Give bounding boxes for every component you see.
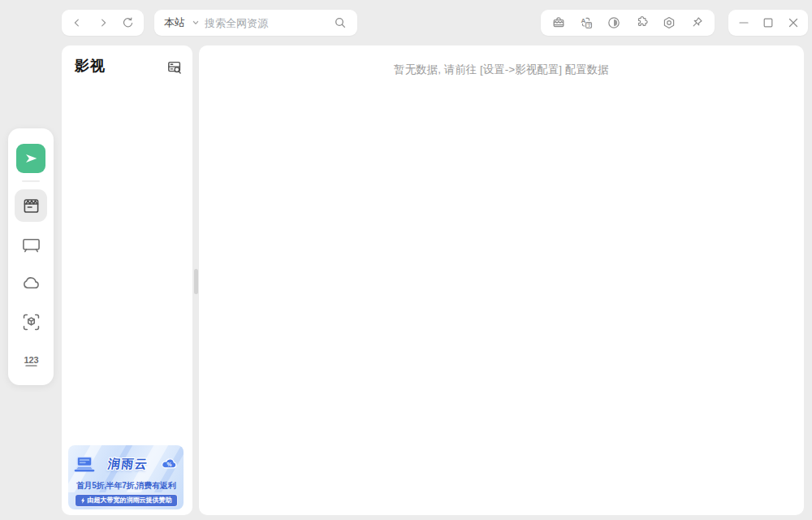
search-icon <box>334 16 347 29</box>
scan-box-icon <box>21 312 41 332</box>
cloud-badge-icon: % <box>159 454 179 474</box>
toolbox-button[interactable] <box>549 13 568 32</box>
dock-divider <box>22 180 40 182</box>
app-dock: 123 <box>8 128 54 385</box>
search-scope-label: 本站 <box>164 15 185 30</box>
forward-icon <box>97 17 109 28</box>
minimize-icon <box>737 16 750 29</box>
window-controls <box>728 10 808 36</box>
titlebar-actions: A文 <box>541 10 715 36</box>
content-panel: 暂无数据, 请前往 [设置->影视配置] 配置数据 <box>199 46 804 515</box>
dock-item-cloud[interactable] <box>15 266 47 299</box>
ad-banner[interactable]: 润雨云 % 首月5折,半年7折,消费有返利 由超大带宽的润雨云提供赞助 <box>68 445 184 509</box>
refresh-icon <box>121 16 135 30</box>
forward-button[interactable] <box>93 13 113 32</box>
ad-brand-logo: 润雨云 <box>106 457 149 472</box>
dock-item-tv[interactable] <box>15 228 47 261</box>
maximize-button[interactable] <box>758 13 778 32</box>
search-scope-dropdown[interactable]: 本站 <box>164 15 200 30</box>
close-icon <box>787 16 800 29</box>
settings-button[interactable] <box>659 13 679 32</box>
extensions-puzzle-icon <box>634 15 649 30</box>
svg-text:文: 文 <box>587 23 592 28</box>
svg-text:123: 123 <box>24 355 38 365</box>
back-icon <box>71 17 83 28</box>
library-panel: 影视 润雨云 % 首月5折,半年7折,消费有返利 由超大带宽的润雨云提供赞助 <box>62 46 192 515</box>
ad-promo-text: 首月5折,半年7折,消费有返利 <box>68 480 184 492</box>
search-submit-button[interactable] <box>333 15 348 30</box>
drawer-search-icon <box>166 59 183 76</box>
dock-item-scan[interactable] <box>15 306 47 338</box>
search-input[interactable] <box>205 17 328 29</box>
pin-button[interactable] <box>687 13 706 32</box>
ad-sponsor-text: 由超大带宽的润雨云提供赞助 <box>88 497 172 504</box>
numbers-123-icon: 123 <box>21 351 41 371</box>
library-search-button[interactable] <box>166 58 184 76</box>
nav-controls <box>62 10 144 36</box>
extensions-button[interactable] <box>632 13 651 32</box>
close-button[interactable] <box>784 13 803 32</box>
app-logo[interactable] <box>16 144 45 173</box>
minimize-button[interactable] <box>734 13 754 32</box>
refresh-button[interactable] <box>119 13 138 32</box>
maximize-icon <box>762 16 775 29</box>
toolbox-icon <box>551 15 566 30</box>
bolt-icon <box>80 497 85 504</box>
empty-state-message: 暂无数据, 请前往 [设置->影视配置] 配置数据 <box>199 46 804 77</box>
svg-text:A: A <box>581 17 585 24</box>
ad-sponsor-badge: 由超大带宽的润雨云提供赞助 <box>75 494 178 507</box>
page-title: 影视 <box>75 56 106 76</box>
settings-icon <box>662 15 676 30</box>
theme-contrast-icon <box>607 15 621 30</box>
dock-item-movies[interactable] <box>15 189 47 222</box>
app-logo-icon <box>22 150 40 167</box>
chevron-down-icon <box>192 19 200 27</box>
svg-text:%: % <box>167 462 172 467</box>
back-button[interactable] <box>67 13 87 32</box>
cloud-icon <box>21 273 41 293</box>
panel-scrollbar-thumb[interactable] <box>194 269 198 294</box>
translate-button[interactable]: A文 <box>577 13 596 32</box>
laptop-icon <box>72 453 97 475</box>
translate-icon: A文 <box>579 15 594 30</box>
theme-contrast-button[interactable] <box>604 13 624 32</box>
film-icon <box>21 196 41 216</box>
tv-icon <box>21 235 41 255</box>
search-bar: 本站 <box>154 10 357 36</box>
dock-item-numbers[interactable]: 123 <box>15 344 47 377</box>
pin-icon <box>689 15 704 30</box>
